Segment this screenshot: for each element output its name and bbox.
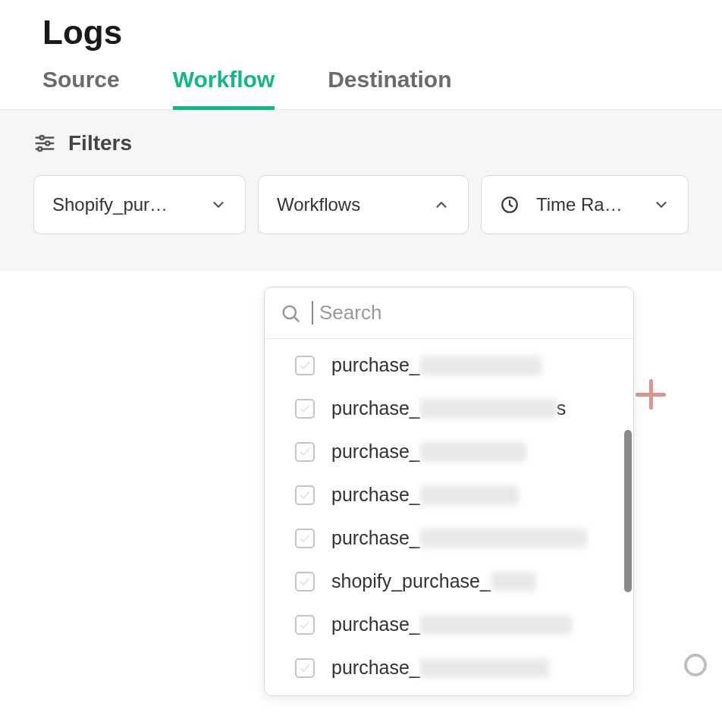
list-item[interactable]: purchase_ — [265, 603, 633, 646]
list-item-label: purchase_ — [331, 657, 549, 679]
list-item[interactable]: purchase_ — [265, 344, 633, 387]
search-icon — [280, 303, 301, 324]
filter-time-range[interactable]: Time Ra… — [481, 175, 689, 234]
dropdown-list: purchase_purchase_spurchase_purchase_pur… — [265, 339, 633, 695]
search-input[interactable] — [312, 301, 618, 325]
list-item[interactable]: purchase_ — [265, 473, 633, 516]
chevron-down-icon — [653, 196, 670, 213]
tab-workflow[interactable]: Workflow — [173, 67, 275, 109]
tabs: Source Workflow Destination — [0, 67, 722, 110]
list-item[interactable]: purchase_ — [265, 516, 633, 560]
redacted-text — [420, 485, 519, 505]
svg-point-3 — [46, 142, 49, 146]
checkbox[interactable] — [295, 615, 315, 635]
redacted-text — [420, 658, 549, 678]
list-item-label: purchase_s — [331, 397, 566, 419]
redacted-text — [420, 356, 542, 375]
redacted-text — [491, 572, 536, 592]
list-item-label: purchase_ — [331, 527, 587, 549]
chevron-down-icon — [210, 196, 227, 213]
filter-source[interactable]: Shopify_pur… — [33, 175, 246, 234]
filters-row: Shopify_pur… Workflows Time Ra… — [33, 175, 689, 234]
circle-icon — [684, 654, 707, 676]
list-item[interactable]: purchase_s — [265, 387, 633, 430]
filters-heading: Filters — [33, 131, 689, 155]
checkbox[interactable] — [295, 442, 315, 462]
tab-destination[interactable]: Destination — [328, 67, 451, 109]
svg-point-1 — [40, 136, 44, 140]
filter-time-label: Time Ra… — [536, 194, 623, 215]
list-item-label: purchase_ — [331, 613, 572, 635]
workflows-dropdown: purchase_purchase_spurchase_purchase_pur… — [264, 287, 634, 696]
chevron-up-icon — [433, 196, 450, 213]
tab-source[interactable]: Source — [42, 67, 120, 109]
clock-icon — [500, 195, 520, 215]
checkbox[interactable] — [295, 658, 315, 678]
redacted-text — [420, 399, 557, 419]
list-item-label: purchase_ — [331, 484, 519, 506]
svg-line-8 — [294, 316, 299, 321]
list-item-label: purchase_ — [331, 441, 526, 463]
list-item-label: purchase_ — [331, 354, 542, 376]
checkbox[interactable] — [295, 485, 315, 505]
dropdown-search — [265, 287, 633, 339]
redacted-text — [420, 615, 572, 635]
filter-workflows-label: Workflows — [277, 194, 360, 215]
checkbox[interactable] — [295, 399, 315, 419]
list-item[interactable]: purchase_ — [265, 430, 633, 473]
list-item[interactable]: shopify_purchase_ — [265, 560, 633, 603]
scrollbar-thumb[interactable] — [624, 430, 632, 592]
filter-source-label: Shopify_pur… — [52, 194, 168, 215]
redacted-text — [420, 529, 587, 548]
checkbox[interactable] — [295, 529, 315, 548]
filters-bar: Filters Shopify_pur… Workflows — [0, 110, 722, 271]
svg-point-5 — [38, 147, 42, 151]
page-title: Logs — [0, 14, 722, 67]
plus-icon — [636, 379, 666, 410]
sliders-icon — [33, 132, 56, 155]
filters-label: Filters — [68, 131, 132, 155]
checkbox[interactable] — [295, 572, 315, 592]
filter-workflows[interactable]: Workflows — [258, 175, 469, 234]
checkbox[interactable] — [295, 356, 315, 375]
redacted-text — [420, 442, 526, 462]
list-item-label: shopify_purchase_ — [331, 570, 536, 592]
list-item[interactable]: purchase_ — [265, 646, 633, 689]
